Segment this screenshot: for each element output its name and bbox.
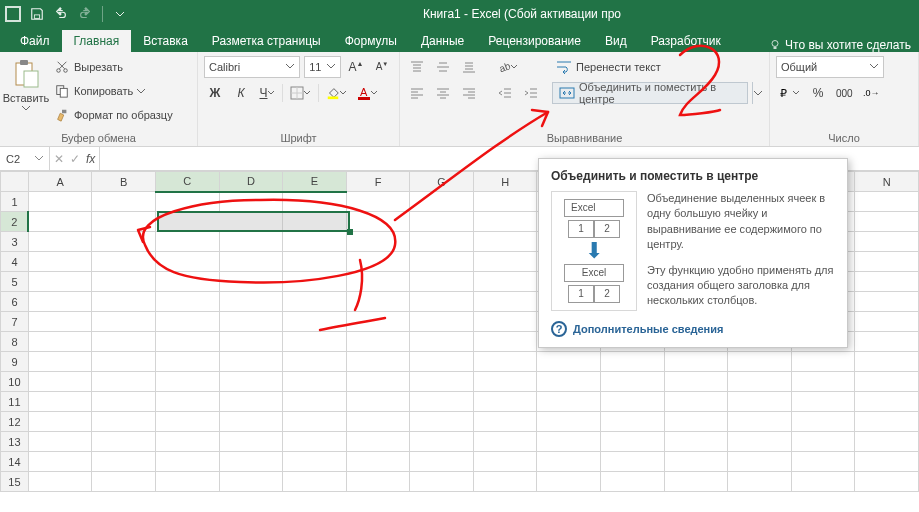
cell[interactable] (92, 352, 156, 372)
cell[interactable] (473, 272, 537, 292)
cell[interactable] (728, 392, 792, 412)
cell[interactable] (219, 452, 283, 472)
cell[interactable] (346, 432, 410, 452)
align-middle-button[interactable] (432, 56, 454, 78)
cell[interactable] (346, 412, 410, 432)
cell[interactable] (664, 452, 728, 472)
align-left-button[interactable] (406, 82, 428, 104)
tab-view[interactable]: Вид (593, 30, 639, 52)
cell[interactable] (728, 452, 792, 472)
cell[interactable] (473, 192, 537, 212)
tab-formulas[interactable]: Формулы (333, 30, 409, 52)
row-header[interactable]: 8 (1, 332, 29, 352)
cell[interactable] (791, 452, 855, 472)
cell[interactable] (410, 372, 474, 392)
cell[interactable] (473, 352, 537, 372)
cell[interactable] (855, 372, 919, 392)
cell[interactable] (601, 452, 665, 472)
row-header[interactable]: 13 (1, 432, 29, 452)
cell[interactable] (92, 212, 156, 232)
cell[interactable] (219, 472, 283, 492)
fill-color-button[interactable] (323, 82, 350, 104)
qat-customize-icon[interactable] (111, 5, 129, 23)
cell[interactable] (156, 472, 220, 492)
cell[interactable] (728, 352, 792, 372)
row-header[interactable]: 15 (1, 472, 29, 492)
cell[interactable] (28, 292, 92, 312)
cell[interactable] (28, 432, 92, 452)
cell[interactable] (855, 292, 919, 312)
cell[interactable] (855, 332, 919, 352)
cell[interactable] (219, 232, 283, 252)
cell[interactable] (156, 372, 220, 392)
cell[interactable] (537, 372, 601, 392)
merge-center-button[interactable]: Объединить и поместить в центре (552, 82, 748, 104)
cell[interactable] (855, 472, 919, 492)
tab-developer[interactable]: Разработчик (639, 30, 733, 52)
cell[interactable] (156, 292, 220, 312)
cell[interactable] (537, 472, 601, 492)
col-header[interactable]: G (410, 172, 474, 192)
cell[interactable] (473, 392, 537, 412)
cell[interactable] (601, 472, 665, 492)
cell[interactable] (537, 352, 601, 372)
cell[interactable] (92, 232, 156, 252)
select-all-corner[interactable] (1, 172, 29, 192)
cell[interactable] (728, 372, 792, 392)
cell[interactable] (283, 192, 347, 212)
cell[interactable] (28, 332, 92, 352)
col-header[interactable]: H (473, 172, 537, 192)
redo-icon[interactable] (76, 5, 94, 23)
cell[interactable] (219, 192, 283, 212)
cell[interactable] (219, 412, 283, 432)
cell[interactable] (156, 212, 220, 232)
cell[interactable] (473, 332, 537, 352)
cell[interactable] (855, 192, 919, 212)
col-header[interactable]: F (346, 172, 410, 192)
cell[interactable] (28, 472, 92, 492)
col-header[interactable]: D (219, 172, 283, 192)
underline-button[interactable]: Ч (256, 82, 278, 104)
cell[interactable] (92, 472, 156, 492)
cell[interactable] (410, 312, 474, 332)
cell[interactable] (156, 432, 220, 452)
cell[interactable] (728, 432, 792, 452)
cell[interactable] (855, 212, 919, 232)
cell[interactable] (219, 332, 283, 352)
col-header[interactable]: E (283, 172, 347, 192)
align-right-button[interactable] (458, 82, 480, 104)
row-header[interactable]: 1 (1, 192, 29, 212)
cell[interactable] (346, 232, 410, 252)
cell[interactable] (283, 252, 347, 272)
italic-button[interactable]: К (230, 82, 252, 104)
cell[interactable] (346, 472, 410, 492)
cell[interactable] (28, 192, 92, 212)
cell[interactable] (664, 472, 728, 492)
cell[interactable] (283, 412, 347, 432)
tab-home[interactable]: Главная (62, 30, 132, 52)
cell[interactable] (410, 392, 474, 412)
cell[interactable] (791, 392, 855, 412)
cell[interactable] (410, 332, 474, 352)
copy-button[interactable]: Копировать (50, 80, 177, 102)
cell[interactable] (791, 412, 855, 432)
cell[interactable] (283, 472, 347, 492)
cell[interactable] (92, 412, 156, 432)
row-header[interactable]: 2 (1, 212, 29, 232)
cell[interactable] (92, 372, 156, 392)
fx-icon[interactable]: fx (86, 152, 95, 166)
orientation-button[interactable]: ab (494, 56, 521, 78)
cell[interactable] (473, 312, 537, 332)
col-header[interactable]: B (92, 172, 156, 192)
row-header[interactable]: 12 (1, 412, 29, 432)
decrease-indent-button[interactable] (494, 82, 516, 104)
cell[interactable] (92, 192, 156, 212)
row-header[interactable]: 4 (1, 252, 29, 272)
bold-button[interactable]: Ж (204, 82, 226, 104)
cell[interactable] (219, 212, 283, 232)
cell[interactable] (219, 272, 283, 292)
cell[interactable] (728, 472, 792, 492)
cell[interactable] (728, 412, 792, 432)
cell[interactable] (537, 432, 601, 452)
cell[interactable] (92, 392, 156, 412)
